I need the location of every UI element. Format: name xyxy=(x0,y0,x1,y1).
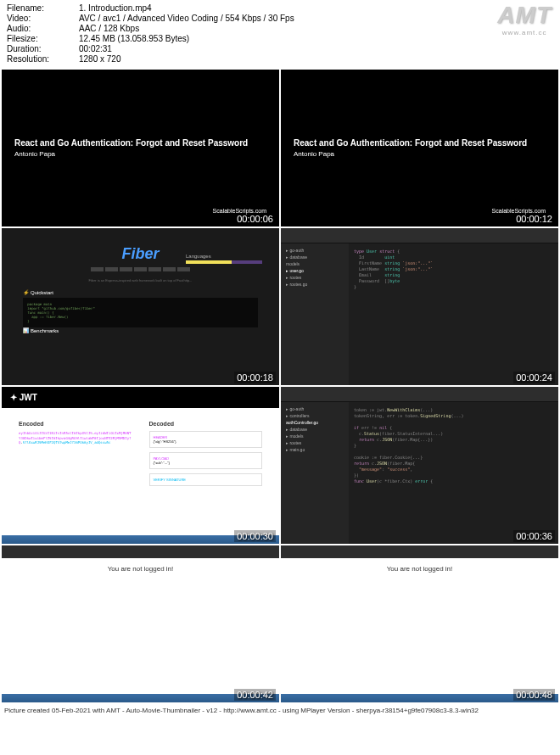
encoded-label: Encoded xyxy=(19,421,132,427)
quickstart-heading: ⚡ Quickstart xyxy=(23,289,257,295)
thumbnail-8[interactable]: You are not logged in! 00:00:48 xyxy=(281,545,558,702)
duration-label: Duration: xyxy=(7,44,79,53)
timestamp: 00:00:18 xyxy=(234,372,276,383)
jwt-header: ✦ JWT xyxy=(2,387,279,408)
metadata-panel: Filename:1. Introduction.mp4 Video:AVC /… xyxy=(0,0,560,68)
code-editor: token := jwt.NewWithClaims(...) tokenStr… xyxy=(349,402,558,544)
thumbnail-7[interactable]: You are not logged in! 00:00:42 xyxy=(2,545,279,702)
timestamp: 00:00:06 xyxy=(234,213,276,225)
slide-author: Antonio Papa xyxy=(294,150,546,158)
page-message: You are not logged in! xyxy=(387,565,453,702)
timestamp: 00:00:30 xyxy=(234,530,276,542)
filename-label: Filename: xyxy=(7,3,79,13)
ide-titlebar xyxy=(281,387,558,402)
timestamp: 00:00:12 xyxy=(513,213,555,225)
footer-text: Picture created 05-Feb-2021 with AMT - A… xyxy=(0,704,560,717)
video-label: Video: xyxy=(7,14,79,23)
ide-titlebar xyxy=(281,228,558,243)
video-value: AVC / avc1 / Advanced Video Coding / 554… xyxy=(79,14,294,23)
header-box: HEADER{"alg":"HS256"} xyxy=(149,431,263,448)
thumbnail-4[interactable]: ▸ go-auth ▸ database models ▸ user.go ▸ … xyxy=(281,228,558,385)
resolution-value: 1280 x 720 xyxy=(79,54,121,64)
timestamp: 00:00:42 xyxy=(234,689,276,701)
fiber-logo: Fiber xyxy=(121,245,159,263)
audio-label: Audio: xyxy=(7,24,79,33)
thumbnail-3[interactable]: Fiber Fiber is an Express-inspired web f… xyxy=(2,228,279,385)
slide-title: React and Go Authentication: Forgot and … xyxy=(294,138,546,148)
filename-value: 1. Introduction.mp4 xyxy=(79,3,152,13)
thumbnail-2[interactable]: React and Go Authentication: Forgot and … xyxy=(281,70,558,226)
resolution-label: Resolution: xyxy=(7,54,79,64)
slide-author: Antonio Papa xyxy=(14,150,266,158)
code-editor: type User struct { Id uint FirstName str… xyxy=(349,243,558,385)
filesize-label: Filesize: xyxy=(7,34,79,43)
logo-url: www.amt.cc xyxy=(497,29,552,36)
thumbnail-grid: React and Go Authentication: Forgot and … xyxy=(0,68,560,704)
file-tree: ▸ go-auth ▸ controllers authController.g… xyxy=(281,402,349,544)
file-tree: ▸ go-auth ▸ database models ▸ user.go ▸ … xyxy=(281,243,349,385)
payload-box: PAYLOAD{"sub":"..."} xyxy=(149,452,263,469)
timestamp: 00:00:48 xyxy=(513,689,555,701)
timestamp: 00:00:36 xyxy=(513,530,555,542)
amt-logo: AMT www.amt.cc xyxy=(497,2,552,36)
fiber-flags xyxy=(91,267,190,271)
browser-chrome xyxy=(2,545,279,558)
duration-value: 00:02:31 xyxy=(79,44,112,53)
browser-chrome xyxy=(281,545,558,558)
signature-box: VERIFY SIGNATURE xyxy=(149,473,263,486)
audio-value: AAC / 128 Kbps xyxy=(79,24,139,33)
fiber-description: Fiber is an Express-inspired web framewo… xyxy=(89,278,193,282)
filesize-value: 12.45 MB (13.058.953 Bytes) xyxy=(79,34,189,43)
decoded-label: Decoded xyxy=(149,421,263,427)
jwt-logo: ✦ JWT xyxy=(10,393,37,402)
benchmarks-heading: 📊 Benchmarks xyxy=(23,327,257,333)
thumbnail-5[interactable]: ✦ JWT Encoded eyJhbGciOiJIUzI1NiIsInR5cC… xyxy=(2,387,279,544)
logo-text: AMT xyxy=(497,2,552,29)
thumbnail-6[interactable]: ▸ go-auth ▸ controllers authController.g… xyxy=(281,387,558,544)
page-message: You are not logged in! xyxy=(108,565,174,702)
languages-panel: Languages xyxy=(186,254,262,267)
slide-title: React and Go Authentication: Forgot and … xyxy=(14,138,266,148)
jwt-token: eyJhbGciOiJIUzI1NiIsInR5cCI6IkpXVCJ9.eyJ… xyxy=(19,431,132,445)
timestamp: 00:00:24 xyxy=(513,372,555,383)
code-block: package mainimport "github.com/gofiber/f… xyxy=(23,298,257,327)
thumbnail-1[interactable]: React and Go Authentication: Forgot and … xyxy=(2,70,279,226)
